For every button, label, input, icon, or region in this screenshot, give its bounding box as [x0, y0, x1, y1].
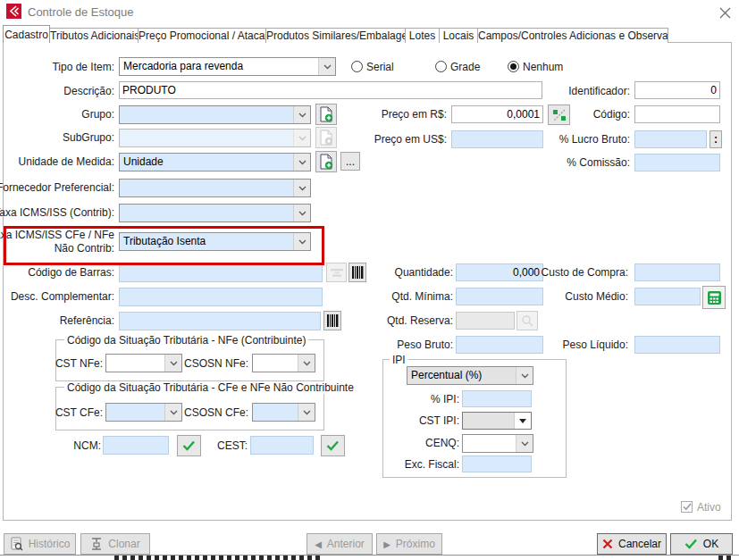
preco-rs-input[interactable] — [451, 105, 543, 123]
descricao-input[interactable] — [119, 81, 542, 99]
historico-button[interactable]: Histórico — [4, 533, 76, 555]
chevron-down-icon[interactable] — [293, 180, 310, 196]
tipo-item-label: Tipo de Item: — [52, 61, 114, 73]
qtd-reserva-search-button — [516, 311, 538, 330]
cenq-select[interactable] — [462, 434, 533, 453]
tab-preco-promocional[interactable]: Preço Promocional / Atacado — [138, 28, 266, 43]
cst-ipi-select[interactable] — [462, 412, 532, 430]
chevron-down-icon[interactable] — [298, 355, 315, 372]
chevron-down-icon[interactable] — [164, 404, 181, 421]
chevron-down-icon[interactable] — [516, 367, 533, 384]
chevron-down-icon[interactable] — [516, 435, 533, 452]
chevron-down-icon[interactable] — [318, 58, 335, 75]
check-icon — [182, 440, 196, 451]
chevron-down-icon[interactable] — [293, 154, 310, 171]
tab-produtos-similares[interactable]: Produtos Similares/Embalagens — [265, 28, 406, 43]
historico-label: Histórico — [29, 538, 71, 550]
radio-nenhum-label: Nenhum — [523, 61, 563, 73]
identificador-input[interactable] — [634, 81, 720, 99]
cst-cfe-select[interactable] — [105, 403, 182, 422]
lucro-bruto-options-button[interactable]: : — [710, 130, 722, 148]
validate-ncm-button[interactable] — [177, 435, 201, 456]
tab-lotes[interactable]: Lotes — [405, 28, 440, 43]
unidade-medida-value: Unidade — [120, 154, 293, 171]
custo-medio-label: Custo Médio: — [565, 290, 628, 303]
add-grupo-button[interactable] — [315, 104, 337, 125]
tipo-item-select[interactable]: Mercadoria para revenda — [119, 57, 336, 76]
cancel-x-icon — [602, 539, 613, 549]
tab-locais[interactable]: Locais — [439, 28, 478, 43]
anterior-button[interactable]: ◀ Anterior — [307, 533, 373, 555]
clone-icon — [90, 537, 103, 551]
percent-calc-button[interactable] — [548, 104, 570, 125]
qtd-minima-input[interactable] — [456, 288, 543, 305]
cst-ipi-value — [463, 413, 514, 429]
cst-nfe-select[interactable] — [105, 354, 182, 372]
grupo-select[interactable] — [119, 105, 311, 124]
radio-serial[interactable] — [351, 61, 363, 72]
qtd-reserva-input — [456, 312, 515, 330]
tab-tributos-adicionais[interactable]: Tributos Adicionais — [49, 28, 139, 43]
custo-compra-input[interactable] — [634, 263, 720, 281]
radio-nenhum[interactable] — [508, 61, 519, 72]
codigo-barras-input[interactable] — [119, 263, 323, 282]
unidade-medida-label: Unidade de Medida: — [19, 155, 114, 168]
desc-complementar-input[interactable] — [119, 288, 323, 306]
ipi-pct-input[interactable] — [462, 390, 532, 407]
radio-grade[interactable] — [435, 61, 447, 72]
taxa-icms-nao-contrib-label-line1: Taxa ICMS/ISS CFe / NFe — [0, 229, 114, 241]
quantidade-input[interactable] — [456, 263, 543, 281]
ncm-input[interactable] — [103, 436, 169, 455]
preco-uss-input[interactable] — [451, 130, 543, 148]
chevron-down-icon[interactable] — [164, 355, 181, 372]
ipi-mode-value: Percentual (%) — [407, 367, 516, 384]
calculate-custo-medio-button[interactable] — [702, 286, 726, 309]
tab-campos-controles[interactable]: Campos/Controles Adicionas e Observações — [477, 28, 668, 43]
csosn-cfe-select[interactable] — [252, 403, 315, 422]
csosn-cfe-label: CSOSN CFe: — [184, 406, 248, 419]
background-window-fragment — [114, 556, 322, 560]
proximo-button[interactable]: ▶ Próximo — [376, 533, 442, 555]
quantidade-label: Quantidade: — [395, 266, 453, 279]
clonar-label: Clonar — [108, 538, 139, 550]
chevron-down-icon[interactable] — [298, 404, 315, 421]
peso-liquido-input[interactable] — [634, 336, 720, 354]
fornecedor-select[interactable] — [119, 179, 311, 197]
barcode-icon — [327, 313, 339, 328]
ipi-mode-select[interactable]: Percentual (%) — [407, 366, 533, 385]
taxa-icms-nao-contrib-select[interactable]: Tributação Isenta — [119, 232, 311, 251]
validate-cest-button[interactable] — [321, 435, 345, 456]
referencia-barcode-button[interactable] — [323, 311, 341, 330]
custo-medio-input[interactable] — [634, 288, 701, 305]
codigo-input[interactable] — [634, 105, 720, 123]
chevron-down-icon[interactable] — [293, 205, 310, 221]
taxa-icms-contrib-select[interactable] — [119, 204, 311, 222]
cancelar-button[interactable]: Cancelar — [597, 533, 667, 555]
close-icon[interactable] — [718, 5, 732, 20]
chevron-down-icon — [293, 130, 310, 146]
unidade-medida-select[interactable]: Unidade — [119, 153, 311, 171]
tab-cadastro[interactable]: Cadastro — [3, 25, 50, 43]
checkmark-icon — [683, 503, 692, 511]
next-arrow-icon: ▶ — [383, 539, 390, 549]
peso-bruto-input[interactable] — [456, 336, 543, 354]
barcode-button[interactable] — [349, 263, 366, 282]
peso-liquido-label: Peso Líquido: — [563, 339, 628, 351]
add-unidade-button[interactable] — [315, 151, 337, 172]
chevron-down-icon[interactable] — [293, 106, 310, 123]
exc-fiscal-input[interactable] — [462, 456, 532, 472]
colon-icon: : — [714, 133, 718, 146]
chevron-down-icon[interactable] — [293, 233, 310, 250]
unidade-more-button[interactable]: ... — [340, 152, 360, 171]
lucro-bruto-label: % Lucro Bruto: — [559, 133, 630, 146]
cest-input[interactable] — [250, 436, 314, 455]
background-window-fragment — [718, 556, 733, 560]
clonar-button[interactable]: Clonar — [80, 533, 150, 555]
csosn-nfe-select[interactable] — [252, 354, 315, 372]
comissao-input[interactable] — [634, 154, 720, 171]
previous-arrow-icon: ◀ — [315, 539, 322, 549]
ok-button[interactable]: OK — [670, 533, 733, 555]
lucro-bruto-input[interactable] — [634, 130, 707, 148]
referencia-input[interactable] — [119, 312, 321, 330]
dropdown-arrow-icon[interactable] — [514, 413, 531, 429]
